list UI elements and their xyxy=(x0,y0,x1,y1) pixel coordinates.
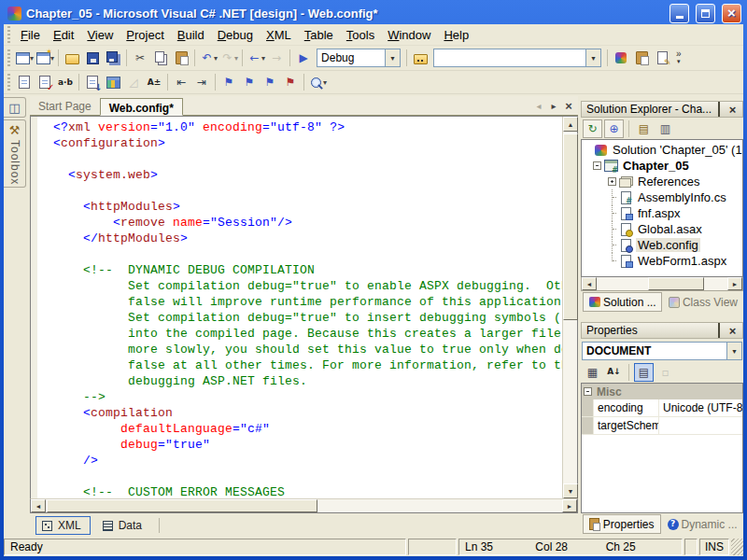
menu-table[interactable]: Table xyxy=(298,26,340,44)
resize-grip[interactable] xyxy=(731,539,743,555)
tab-dynamic[interactable]: Dynamic ... xyxy=(661,514,743,534)
scroll-right-button[interactable] xyxy=(562,499,577,512)
combo-dropdown-icon[interactable]: ▼ xyxy=(385,49,400,66)
combo-dropdown-icon[interactable]: ▼ xyxy=(726,343,741,359)
menu-xml[interactable]: XML xyxy=(260,26,298,44)
solution-explorer-title-bar[interactable]: Solution Explorer - Cha... xyxy=(581,101,743,118)
find-combo[interactable]: ▼ xyxy=(433,49,601,67)
menu-window[interactable]: Window xyxy=(381,26,437,44)
scroll-down-button[interactable] xyxy=(563,483,578,498)
toggle-bookmark-button[interactable]: ⚑ xyxy=(218,72,239,92)
tab-solution[interactable]: Solution ... xyxy=(583,292,662,312)
close-button[interactable] xyxy=(722,4,741,23)
redo-button[interactable]: ↷▾ xyxy=(218,48,239,68)
web-search-button[interactable]: ▾ xyxy=(307,72,328,92)
create-schema-button[interactable] xyxy=(82,72,103,92)
collapse-minus-icon[interactable] xyxy=(584,387,592,396)
tree-item-fnf-aspx[interactable]: fnf.aspx xyxy=(582,205,742,221)
menu-debug[interactable]: Debug xyxy=(211,26,260,44)
word-wrap-button[interactable]: a·b xyxy=(55,72,76,92)
tree-item-solution-chapter-05-1-project[interactable]: Solution 'Chapter_05' (1 project) xyxy=(582,142,742,158)
tree-scroll-left-button[interactable] xyxy=(582,277,597,290)
scroll-tabs-left-button[interactable] xyxy=(532,99,545,112)
refresh-button[interactable]: ↻ xyxy=(583,119,602,138)
tree-scroll-thumb[interactable] xyxy=(648,277,704,290)
format-selection-button[interactable] xyxy=(35,72,55,92)
property-pages-button[interactable]: ▫ xyxy=(655,363,675,382)
paste-button[interactable] xyxy=(171,48,191,68)
tab-web-config[interactable]: Web.config* xyxy=(100,98,183,116)
new-project-button[interactable]: ▾ xyxy=(14,48,35,68)
menu-view[interactable]: View xyxy=(80,26,120,44)
copy-button[interactable] xyxy=(150,48,171,68)
properties-button[interactable]: ▥ xyxy=(655,119,675,138)
solution-explorer-window-button[interactable] xyxy=(611,48,631,68)
start-debug-button[interactable]: ▶ xyxy=(293,48,314,68)
validate-xml-button[interactable] xyxy=(103,72,123,92)
minimize-button[interactable] xyxy=(669,4,689,23)
pin-button[interactable] xyxy=(712,324,726,337)
open-file-button[interactable] xyxy=(62,48,82,68)
save-all-button[interactable] xyxy=(103,48,123,68)
maximize-button[interactable] xyxy=(696,4,715,23)
tab-start-page[interactable]: Start Page xyxy=(30,97,100,115)
copy-project-button[interactable]: ⊕ xyxy=(604,119,624,138)
categorized-button[interactable]: ▦ xyxy=(583,363,602,382)
menu-help[interactable]: Help xyxy=(437,26,475,44)
menubar-grip[interactable] xyxy=(7,26,10,43)
pin-button[interactable] xyxy=(712,103,726,116)
code-editor[interactable]: <?xml version="1.0" encoding="utf-8" ?><… xyxy=(31,117,562,498)
find-in-files-button[interactable] xyxy=(410,48,430,68)
next-bookmark-button[interactable]: ⚑ xyxy=(239,72,260,92)
cut-button[interactable]: ✂ xyxy=(130,48,150,68)
increase-indent-button[interactable]: ⇥ xyxy=(191,72,212,92)
format-document-button[interactable] xyxy=(14,72,35,92)
view-tab-xml[interactable]: XML xyxy=(35,516,91,535)
properties-window-button[interactable] xyxy=(631,48,652,68)
category-row[interactable]: Misc xyxy=(582,384,742,399)
tree-item-webform1-aspx[interactable]: WebForm1.aspx xyxy=(582,253,742,269)
alphabetical-button[interactable]: A↓ xyxy=(604,363,624,382)
server-explorer-tab[interactable]: ◫ xyxy=(4,97,26,118)
navigate-forward-button[interactable]: → xyxy=(266,48,287,68)
undo-button[interactable]: ↶▾ xyxy=(198,48,218,68)
solution-explorer-close-button[interactable] xyxy=(726,103,740,116)
title-bar[interactable]: Chapter_05 - Microsoft Visual C# .NET [d… xyxy=(4,0,743,24)
properties-close-button[interactable] xyxy=(726,324,740,337)
menu-file[interactable]: File xyxy=(14,26,47,44)
close-document-button[interactable] xyxy=(562,99,575,112)
tree-scroll-right-button[interactable] xyxy=(727,277,742,290)
tree-item-chapter-05[interactable]: Chapter_05 xyxy=(582,158,742,174)
property-row[interactable]: targetSchema xyxy=(582,417,742,435)
toolbar-overflow-button[interactable]: »▾ xyxy=(676,50,682,65)
run-query-button[interactable]: ◿ xyxy=(123,72,144,92)
toolbar-grip[interactable] xyxy=(7,74,10,91)
view-tab-data[interactable]: Data xyxy=(96,516,151,535)
object-selector-combo[interactable]: DOCUMENT ▼ xyxy=(582,342,742,360)
save-button[interactable] xyxy=(82,48,103,68)
navigate-backward-button[interactable]: ←▾ xyxy=(246,48,266,68)
combo-dropdown-icon[interactable]: ▼ xyxy=(585,49,600,66)
properties-view-button[interactable]: ▤ xyxy=(634,363,654,382)
font-size-button[interactable]: A± xyxy=(144,72,164,92)
menu-build[interactable]: Build xyxy=(171,26,211,44)
vertical-scroll-thumb[interactable] xyxy=(563,133,578,320)
horizontal-scroll-thumb[interactable] xyxy=(47,499,317,512)
tree-item-global-asax[interactable]: Global.asax xyxy=(582,221,742,237)
show-all-files-button[interactable]: ▤ xyxy=(634,119,654,138)
tree-item-references[interactable]: References xyxy=(582,174,742,189)
tab-properties[interactable]: Properties xyxy=(583,514,661,534)
menu-tools[interactable]: Tools xyxy=(340,26,381,44)
decrease-indent-button[interactable]: ⇤ xyxy=(171,72,191,92)
menu-project[interactable]: Project xyxy=(120,26,170,44)
clear-bookmarks-button[interactable]: ⚑ xyxy=(280,72,301,92)
toolbox-tab[interactable]: ⚒ Toolbox xyxy=(4,119,26,188)
expand-plus-icon[interactable] xyxy=(608,177,616,186)
menu-edit[interactable]: Edit xyxy=(47,26,80,44)
tab-class-view[interactable]: Class View xyxy=(662,292,743,312)
tree-item-web-config[interactable]: Web.config xyxy=(582,237,742,253)
scroll-tabs-right-button[interactable] xyxy=(547,99,560,112)
properties-title-bar[interactable]: Properties xyxy=(581,322,743,339)
property-row[interactable]: encodingUnicode (UTF-8) xyxy=(582,399,742,417)
scroll-left-button[interactable] xyxy=(31,499,46,512)
